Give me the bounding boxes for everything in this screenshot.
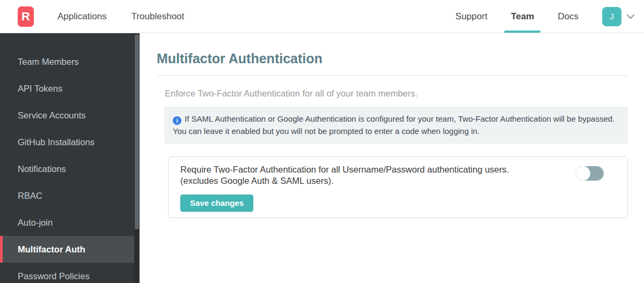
top-navbar: R Applications Troubleshoot Support Team… [0,0,644,33]
info-icon: i [173,116,181,125]
sidebar-item-api-tokens[interactable]: API Tokens [0,75,134,102]
toggle-knob[interactable] [576,166,590,181]
rollbar-logo-icon[interactable]: R [18,6,34,27]
sidebar-item-notifications[interactable]: Notifications [0,155,134,182]
secondary-nav: Support Team Docs J [456,0,644,33]
nav-item-docs[interactable]: Docs [558,0,579,33]
save-changes-button[interactable]: Save changes [180,195,253,212]
nav-item-support[interactable]: Support [456,0,488,33]
sidebar-item-github-installations[interactable]: GitHub Installations [0,129,134,155]
setting-label-line2: (excludes Google Auth & SAML users). [180,175,560,187]
title-divider [157,75,628,76]
info-banner-text: If SAML Authentication or Google Authent… [173,114,614,136]
settings-sidebar: Team Members API Tokens Service Accounts… [0,33,140,283]
sidebar-item-multifactor-auth[interactable]: Multifactor Auth [0,236,134,263]
info-banner: iIf SAML Authentication or Google Authen… [164,107,628,144]
sidebar-scrollbar-track[interactable] [134,33,140,283]
sidebar-item-team-members[interactable]: Team Members [0,48,134,75]
two-factor-toggle[interactable] [576,166,604,181]
nav-item-troubleshoot[interactable]: Troubleshoot [131,0,185,33]
sidebar-item-auto-join[interactable]: Auto-join [0,209,134,236]
page-description: Enforce Two-Factor Authentication for al… [165,88,628,99]
chevron-down-icon[interactable] [625,11,636,23]
sidebar-item-password-policies[interactable]: Password Policies [0,263,134,283]
two-factor-setting-card: Require Two-Factor Authentication for al… [168,157,628,218]
primary-nav: Applications Troubleshoot [57,0,184,33]
setting-label-block: Require Two-Factor Authentication for al… [180,163,560,212]
nav-item-applications[interactable]: Applications [57,0,107,33]
sidebar-scrollbar-thumb[interactable] [135,34,139,229]
avatar[interactable]: J [602,7,621,26]
page-title: Multifactor Authentication [157,50,628,66]
sidebar-item-rbac[interactable]: RBAC [0,182,134,209]
setting-label-line1: Require Two-Factor Authentication for al… [180,164,560,175]
user-menu[interactable]: J [602,7,636,26]
nav-item-team[interactable]: Team [511,0,534,33]
sidebar-item-service-accounts[interactable]: Service Accounts [0,102,134,129]
main-content: Multifactor Authentication Enforce Two-F… [140,33,644,283]
